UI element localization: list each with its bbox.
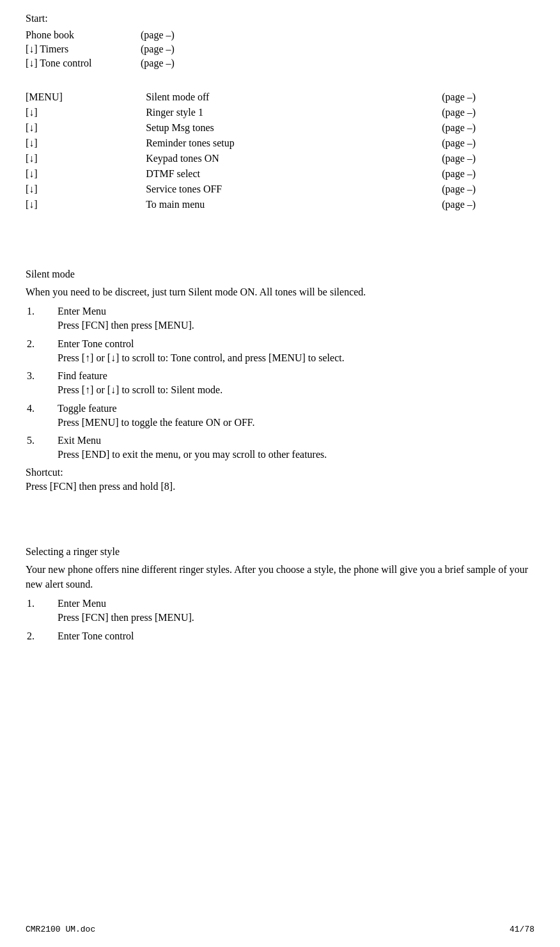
menu-desc: Ringer style 1 [146,105,442,120]
menu-desc: Reminder tones setup [146,136,442,151]
step-main: Exit Menu [58,435,534,446]
menu-page: (page –) [442,166,534,182]
list-item: 2. Enter Tone control Press [↑] or [↓] t… [26,338,534,365]
nav-key: [↓] Tone control [26,56,141,70]
nav-page: (page –) [141,42,281,56]
menu-row: [↓] Ringer style 1 (page –) [26,105,534,120]
nav-key: [↓] Timers [26,42,141,56]
step-number: 2. [26,338,58,350]
menu-key: [↓] [26,166,146,182]
menu-page: (page –) [442,197,534,212]
menu-row: [↓] Setup Msg tones (page –) [26,120,534,136]
menu-row: [↓] Service tones OFF (page –) [26,182,534,197]
list-item: 1. Enter Menu Press [FCN] then press [ME… [26,598,534,625]
menu-row: [MENU] Silent mode off (page –) [26,90,534,105]
ringer-steps: 1. Enter Menu Press [FCN] then press [ME… [26,598,534,641]
silent-mode-intro: When you need to be discreet, just turn … [26,285,534,299]
nav-row: [↓] Tone control (page –) [26,56,281,70]
step-sub: Press [↑] or [↓] to scroll to: Silent mo… [58,383,534,397]
step-main: Enter Tone control [58,338,534,350]
menu-desc: Service tones OFF [146,182,442,197]
list-item: 3. Find feature Press [↑] or [↓] to scro… [26,370,534,397]
menu-key: [↓] [26,182,146,197]
nav-key: Phone book [26,28,141,42]
shortcut-label: Shortcut: [26,467,534,478]
step-sub: Press [END] to exit the menu, or you may… [58,448,534,462]
step-sub: Press [↑] or [↓] to scroll to: Tone cont… [58,351,534,365]
step-main: Toggle feature [58,403,534,414]
menu-key: [↓] [26,120,146,136]
menu-page: (page –) [442,182,534,197]
step-main: Enter Tone control [58,630,534,642]
step-sub: Press [MENU] to toggle the feature ON or… [58,416,534,430]
step-number: 4. [26,403,58,414]
list-item: 4. Toggle feature Press [MENU] to toggle… [26,403,534,430]
nav-page: (page –) [141,56,281,70]
shortcut-text: Press [FCN] then press and hold [8]. [26,481,534,492]
list-item: 1. Enter Menu Press [FCN] then press [ME… [26,306,534,333]
menu-row: [↓] DTMF select (page –) [26,166,534,182]
step-number: 1. [26,306,58,317]
menu-page: (page –) [442,90,534,105]
step-sub: Press [FCN] then press [MENU]. [58,611,534,625]
footer-left: CMR2100 UM.doc [26,925,95,934]
menu-page: (page –) [442,105,534,120]
menu-key: [↓] [26,151,146,166]
menu-desc: Keypad tones ON [146,151,442,166]
start-label: Start: [26,13,534,24]
menu-row: [↓] Keypad tones ON (page –) [26,151,534,166]
step-main: Enter Menu [58,598,534,609]
footer-right: 41/78 [509,925,534,934]
list-item: 2. Enter Tone control [26,630,534,642]
nav-row: [↓] Timers (page –) [26,42,281,56]
menu-desc: Setup Msg tones [146,120,442,136]
nav-table: Phone book (page –) [↓] Timers (page –) … [26,28,281,70]
step-main: Find feature [58,370,534,382]
ringer-section-intro: Your new phone offers nine different rin… [26,563,534,591]
step-main: Enter Menu [58,306,534,317]
step-number: 3. [26,370,58,382]
menu-key: [MENU] [26,90,146,105]
list-item: 5. Exit Menu Press [END] to exit the men… [26,435,534,462]
step-number: 5. [26,435,58,446]
menu-page: (page –) [442,136,534,151]
menu-page: (page –) [442,120,534,136]
menu-key: [↓] [26,197,146,212]
menu-desc: To main menu [146,197,442,212]
step-number: 1. [26,598,58,609]
silent-mode-heading: Silent mode [26,269,534,280]
menu-desc: Silent mode off [146,90,442,105]
nav-page: (page –) [141,28,281,42]
menu-row: [↓] Reminder tones setup (page –) [26,136,534,151]
menu-table: [MENU] Silent mode off (page –) [↓] Ring… [26,90,534,212]
step-sub: Press [FCN] then press [MENU]. [58,318,534,333]
step-number: 2. [26,630,58,642]
silent-steps: 1. Enter Menu Press [FCN] then press [ME… [26,306,534,462]
menu-key: [↓] [26,136,146,151]
footer: CMR2100 UM.doc 41/78 [0,925,560,934]
ringer-section-heading: Selecting a ringer style [26,546,534,558]
menu-key: [↓] [26,105,146,120]
menu-row: [↓] To main menu (page –) [26,197,534,212]
menu-desc: DTMF select [146,166,442,182]
menu-page: (page –) [442,151,534,166]
page-content: Start: Phone book (page –) [↓] Timers (p… [26,13,534,642]
nav-row: Phone book (page –) [26,28,281,42]
